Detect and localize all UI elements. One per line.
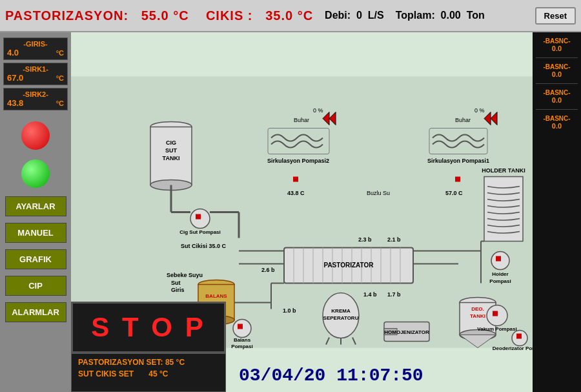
divider1	[536, 57, 578, 58]
svg-text:Holder: Holder	[492, 271, 508, 277]
sensor2-label: -SIRK1-	[7, 65, 64, 73]
basnc3-value: 0.0	[536, 96, 578, 104]
svg-text:Cig Sut Pompasi: Cig Sut Pompasi	[179, 229, 221, 235]
basnc2: -BASNC- 0.0	[536, 63, 578, 78]
ls-label: L/S	[368, 10, 384, 21]
svg-text:CIG: CIG	[166, 139, 176, 146]
svg-text:2.3 b: 2.3 b	[358, 236, 372, 243]
sensor3-unit: °C	[56, 99, 64, 107]
svg-text:DEO.: DEO.	[471, 306, 484, 312]
debi-section: Debi: 0 L/S	[325, 10, 384, 21]
main-area: CIG SUT TANKI BALANS TANKI 0 % HOLDER TA…	[71, 32, 533, 392]
past-set-value: 85 °C	[165, 358, 185, 367]
sensor3-value: 43.8	[7, 98, 23, 108]
cikis-label: CIKIS :	[206, 8, 253, 23]
svg-text:Sut: Sut	[171, 280, 181, 286]
sensor-giris: -GIRIS- 4.0 °C	[3, 37, 68, 60]
svg-rect-90	[455, 177, 460, 182]
divider2	[536, 83, 578, 84]
svg-text:Balans: Balans	[234, 337, 251, 343]
past-label: PASTORIZASYON:	[5, 8, 128, 23]
manuel-button[interactable]: MANUEL	[5, 223, 66, 243]
pastorizasyon-title: PASTORIZASYON: 55.0 °C CIKIS : 35.0 °C	[5, 8, 313, 23]
ton-label: Ton	[467, 10, 485, 21]
sensor2-unit: °C	[56, 74, 64, 82]
svg-text:57.0 C: 57.0 C	[445, 190, 463, 196]
svg-rect-92	[516, 334, 522, 339]
right-sidebar: -BASNC- 0.0 -BASNC- 0.0 -BASNC- 0.0 -BAS…	[533, 32, 581, 392]
sensor-sirk2: -SIRK2- 43.8 °C	[3, 88, 68, 110]
divider3	[536, 109, 578, 110]
svg-text:Giris: Giris	[171, 287, 185, 293]
svg-text:1.0 b: 1.0 b	[283, 307, 296, 314]
svg-text:Sirkulasyon Pompasi1: Sirkulasyon Pompasi1	[427, 158, 489, 164]
svg-text:Pompasi: Pompasi	[231, 344, 252, 349]
sut-set-value: 45 °C	[148, 369, 168, 378]
svg-text:Buhar: Buhar	[294, 117, 309, 123]
svg-text:TANKI: TANKI	[470, 313, 485, 319]
svg-text:HOLDER TANKI: HOLDER TANKI	[482, 167, 525, 174]
basnc1-label: -BASNC-	[536, 37, 578, 45]
svg-text:Vakum Pompasi: Vakum Pompasi	[477, 326, 516, 332]
sensor2-value: 67.0	[7, 73, 23, 83]
left-sidebar: -GIRIS- 4.0 °C -SIRK1- 67.0 °C -SIRK2- 4…	[0, 32, 71, 392]
svg-text:KREMA: KREMA	[331, 308, 351, 314]
giris-unit: °C	[173, 8, 189, 23]
giris-temp-value: 55.0	[141, 8, 169, 23]
svg-text:2.6 b: 2.6 b	[261, 267, 275, 273]
ayarlar-button[interactable]: AYARLAR	[5, 196, 66, 216]
set-values-panel: PASTORIZASYON SET: 85 °C SUT CIKIS SET 4…	[71, 353, 226, 392]
datetime-display: 03/04/20 11:07:50	[239, 366, 423, 386]
svg-rect-87	[496, 256, 501, 262]
toplam-label: Toplam:	[396, 10, 435, 21]
svg-text:SUT: SUT	[165, 147, 178, 154]
svg-text:Deoderizator Pompasi: Deoderizator Pompasi	[493, 346, 533, 351]
cikis-temp-value: 35.0	[265, 8, 293, 23]
svg-text:1.7 b: 1.7 b	[387, 291, 401, 298]
debi-label: Debi:	[325, 10, 351, 21]
svg-rect-89	[293, 177, 298, 182]
grafik-button[interactable]: GRAFIK	[5, 249, 66, 269]
toplam-section: Toplam: 0.00 Ton	[396, 10, 485, 21]
red-indicator[interactable]	[19, 119, 52, 152]
sensor3-label: -SIRK2-	[7, 90, 64, 98]
svg-text:43.8 C: 43.8 C	[287, 190, 305, 196]
basnc4-value: 0.0	[536, 122, 578, 130]
svg-text:Sut Cikisi 35.0 C: Sut Cikisi 35.0 C	[181, 243, 227, 249]
cip-button[interactable]: CIP	[5, 276, 66, 296]
reset-button[interactable]: Reset	[535, 7, 576, 25]
alarmlar-button[interactable]: ALARMLAR	[5, 302, 66, 322]
svg-text:Buhar: Buhar	[455, 117, 471, 123]
sensor1-value: 4.0	[7, 48, 19, 57]
basnc1: -BASNC- 0.0	[536, 37, 578, 52]
svg-text:Buzlu Su: Buzlu Su	[367, 190, 390, 196]
svg-text:TANKI: TANKI	[163, 155, 180, 161]
basnc4: -BASNC- 0.0	[536, 115, 578, 130]
basnc3-label: -BASNC-	[536, 89, 578, 96]
svg-text:PASTORIZATOR: PASTORIZATOR	[323, 262, 374, 269]
sensor-sirk1: -SIRK1- 67.0 °C	[3, 63, 68, 85]
basnc3: -BASNC- 0.0	[536, 89, 578, 104]
svg-text:Sebeke Suyu: Sebeke Suyu	[167, 272, 203, 278]
svg-text:1.4 b: 1.4 b	[363, 291, 377, 298]
basnc4-label: -BASNC-	[536, 115, 578, 122]
svg-text:0 %: 0 %	[474, 107, 485, 114]
svg-text:SEPERATORU: SEPERATORU	[323, 315, 359, 321]
svg-rect-85	[196, 214, 201, 220]
svg-text:2.1 b: 2.1 b	[387, 236, 401, 243]
past-set-label: PASTORIZASYON SET:	[78, 358, 163, 367]
basnc1-value: 0.0	[536, 45, 578, 52]
svg-rect-88	[493, 311, 498, 316]
sut-cikis-set-line: SUT CIKIS SET 45 °C	[78, 369, 219, 378]
pastorizasyon-set-line: PASTORIZASYON SET: 85 °C	[78, 358, 219, 367]
svg-text:HOMOJENIZATOR: HOMOJENIZATOR	[384, 329, 429, 335]
svg-text:Pompasi: Pompasi	[489, 278, 511, 284]
sut-set-label: SUT CIKIS SET	[78, 369, 134, 378]
basnc2-label: -BASNC-	[536, 63, 578, 70]
stop-display: S T O P	[71, 302, 226, 353]
cikis-unit: °C	[298, 8, 313, 23]
sensor1-unit: °C	[56, 49, 64, 57]
green-indicator[interactable]	[19, 158, 52, 190]
debi-value: 0	[356, 10, 362, 21]
toplam-value: 0.00	[441, 10, 461, 21]
